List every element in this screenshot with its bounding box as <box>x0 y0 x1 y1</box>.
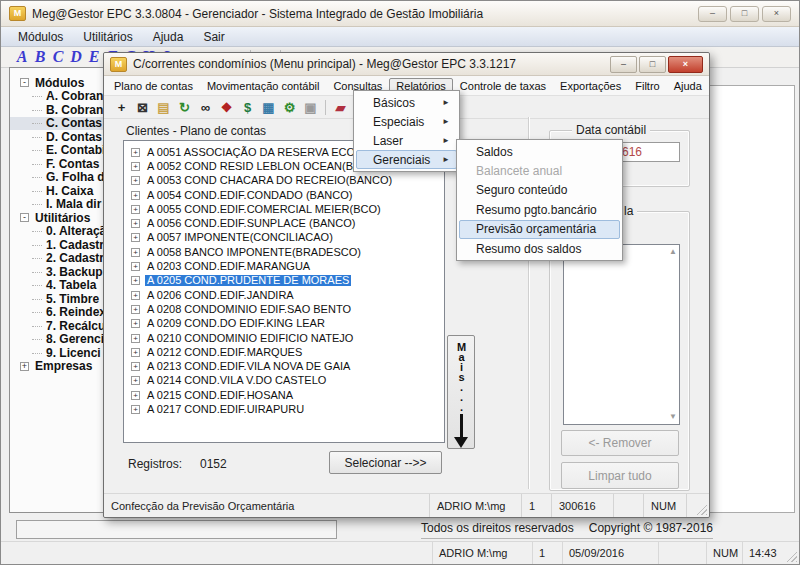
module-letter-button[interactable]: D <box>67 49 85 65</box>
tree-expander-icon[interactable]: + <box>131 348 140 357</box>
account-row[interactable]: + A 0208 CONDOMINIO EDIF.SAO BENTO <box>124 302 444 316</box>
delete-icon[interactable]: ⊠ <box>132 98 153 116</box>
selecionar-button[interactable]: Selecionar -->> <box>329 451 442 474</box>
tree-row-label: G. Folha d <box>46 171 105 183</box>
toolbar-separator[interactable] <box>325 100 326 115</box>
menu-ajuda[interactable]: Ajuda <box>667 78 709 94</box>
tree-expander-icon[interactable]: + <box>131 291 140 300</box>
main-menu-item[interactable]: Sair <box>194 29 233 45</box>
account-row[interactable]: + A 0215 COND.EDIF.HOSANA <box>124 388 444 402</box>
tree-expander-icon[interactable]: + <box>131 233 140 242</box>
minimize-button[interactable]: – <box>610 56 637 73</box>
menu-exportacoes[interactable]: Exportações <box>553 78 628 94</box>
tree-expander-icon[interactable]: + <box>131 176 140 185</box>
module-letter-button[interactable]: E <box>85 49 103 65</box>
mais-button[interactable]: Mais... <box>447 335 475 449</box>
account-row[interactable]: + A 0212 COND.EDIF.MARQUES <box>124 345 444 359</box>
account-row[interactable]: + A 0209 COND.DO EDIF.KING LEAR <box>124 317 444 331</box>
tree-row-label: F. Contas <box>46 158 99 170</box>
account-row[interactable]: + A 0213 COND.EDIF.VILA NOVA DE GAIA <box>124 359 444 373</box>
remover-button[interactable]: <- Remover <box>561 430 679 456</box>
limpar-tudo-button[interactable]: Limpar tudo <box>561 462 679 489</box>
maximize-button[interactable]: □ <box>639 56 666 73</box>
tree-expander-icon[interactable]: + <box>131 162 140 171</box>
tree-expander-icon[interactable]: + <box>131 362 140 371</box>
values-icon[interactable]: $ <box>237 98 258 116</box>
scroll-up-icon[interactable]: ▲ <box>669 248 677 256</box>
menu-item-seguro-conteudo[interactable]: Seguro conteúdo <box>459 181 620 200</box>
module-letter-button[interactable]: B <box>31 49 49 65</box>
main-menu-item[interactable]: Ajuda <box>144 29 193 45</box>
menu-item-resumo-dos-saldos[interactable]: Resumo dos saldos <box>459 239 620 258</box>
tree-row-label: Módulos <box>35 77 84 89</box>
tree-expander-icon[interactable]: + <box>131 262 140 271</box>
account-row[interactable]: + A 0217 COND.EDIF.UIRAPURU <box>124 402 444 416</box>
child-titlebar: M C/correntes condomínios (Menu principa… <box>104 53 709 76</box>
module-letter-button[interactable]: C <box>49 49 67 65</box>
menu-item-previsao-orcamentaria[interactable]: Previsão orçamentária <box>459 220 620 239</box>
account-row[interactable]: + A 0054 COND.EDIF.CONDADO (BANCO) <box>124 188 444 202</box>
planilha-listbox[interactable]: ▲ ▼ <box>563 244 680 425</box>
main-menubar: MódulosUtilitáriosAjudaSair <box>1 27 799 47</box>
screen-icon[interactable]: ▦ <box>258 98 279 116</box>
account-row[interactable]: + A 0056 COND.EDIF.SUNPLACE (BANCO) <box>124 216 444 230</box>
tree-expander-icon[interactable]: - <box>20 78 29 87</box>
main-menu-item[interactable]: Módulos <box>9 29 72 45</box>
minimize-button[interactable]: – <box>698 6 727 22</box>
tree-expander-icon[interactable]: + <box>131 405 140 414</box>
structure-icon[interactable]: ❖ <box>216 98 237 116</box>
binoculars-search-icon[interactable]: ∞ <box>195 98 216 116</box>
menu-item-label: Gerenciais <box>373 154 430 166</box>
account-row[interactable]: + A 0203 COND.EDIF.MARANGUA <box>124 259 444 273</box>
folder-properties-icon[interactable]: ▤ <box>153 98 174 116</box>
help-book-icon[interactable]: ▰ <box>330 98 351 116</box>
tree-expander-icon[interactable]: + <box>131 334 140 343</box>
menu-item-balancete-anual[interactable]: Balancete anual <box>459 161 620 180</box>
menu-movimentacao-contabil[interactable]: Movimentação contábil <box>200 78 327 94</box>
down-arrow-icon <box>460 414 463 437</box>
account-row[interactable]: + A 0214 COND.VILA V.DO CASTELO <box>124 374 444 388</box>
menu-item-label: Resumo dos saldos <box>476 243 581 255</box>
menu-item-especiais[interactable]: Especiais ► <box>356 112 457 131</box>
add-icon[interactable]: + <box>111 98 132 116</box>
tree-expander-icon[interactable]: + <box>131 248 140 257</box>
menu-filtro[interactable]: Filtro <box>628 78 666 94</box>
tree-expander-icon[interactable]: + <box>131 305 140 314</box>
module-letter-button[interactable]: A <box>13 49 31 65</box>
account-label: A 0208 CONDOMINIO EDIF.SAO BENTO <box>145 304 353 315</box>
menu-item-gerenciais[interactable]: Gerenciais ► <box>356 150 457 169</box>
tree-expander-icon[interactable]: + <box>131 205 140 214</box>
close-button[interactable]: × <box>762 6 791 22</box>
tree-expander-icon[interactable]: + <box>131 319 140 328</box>
tree-expander-icon[interactable]: + <box>131 376 140 385</box>
maximize-button[interactable]: □ <box>730 6 759 22</box>
main-menu-item[interactable]: Utilitários <box>74 29 141 45</box>
close-button[interactable]: × <box>668 56 703 73</box>
scroll-down-icon[interactable]: ▼ <box>669 413 677 421</box>
menu-controle-de-taxas[interactable]: Controle de taxas <box>453 78 553 94</box>
tree-expander-icon[interactable]: - <box>20 213 29 222</box>
tree-row-label: Empresas <box>35 360 92 372</box>
account-row[interactable]: + A 0057 IMPONENTE(CONCILIACAO) <box>124 231 444 245</box>
menu-plano-de-contas[interactable]: Plano de contas <box>107 78 200 94</box>
process-gears-icon[interactable]: ⚙ <box>279 98 300 116</box>
tree-expander-icon[interactable]: + <box>20 362 29 371</box>
tree-expander-icon[interactable]: + <box>131 276 140 285</box>
menu-item-basicos[interactable]: Básicos ► <box>356 93 457 112</box>
tree-row-label: 2. Cadastr <box>46 252 104 264</box>
print-icon[interactable]: ▣ <box>300 98 321 116</box>
account-row[interactable]: + A 0205 COND.PRUDENTE DE MORAES <box>124 274 444 288</box>
account-row[interactable]: + A 0206 COND.EDIF.JANDIRA <box>124 288 444 302</box>
menu-item-saldos[interactable]: Saldos <box>459 142 620 161</box>
tree-expander-icon[interactable]: + <box>131 148 140 157</box>
tree-expander-icon[interactable]: + <box>131 219 140 228</box>
account-row[interactable]: + A 0058 BANCO IMPONENTE(BRADESCO) <box>124 245 444 259</box>
account-row[interactable]: + A 0053 COND CHACARA DO RECREIO(BANCO) <box>124 174 444 188</box>
tree-expander-icon[interactable]: + <box>131 391 140 400</box>
refresh-document-icon[interactable]: ↻ <box>174 98 195 116</box>
menu-item-resumo-pgto-bancario[interactable]: Resumo pgto.bancário <box>459 200 620 219</box>
account-row[interactable]: + A 0210 CONDOMINIO EDIFICIO NATEJO <box>124 331 444 345</box>
menu-item-laser[interactable]: Laser ► <box>356 131 457 150</box>
account-row[interactable]: + A 0055 COND.EDIF.COMERCIAL MEIER(BCO) <box>124 202 444 216</box>
tree-expander-icon[interactable]: + <box>131 191 140 200</box>
